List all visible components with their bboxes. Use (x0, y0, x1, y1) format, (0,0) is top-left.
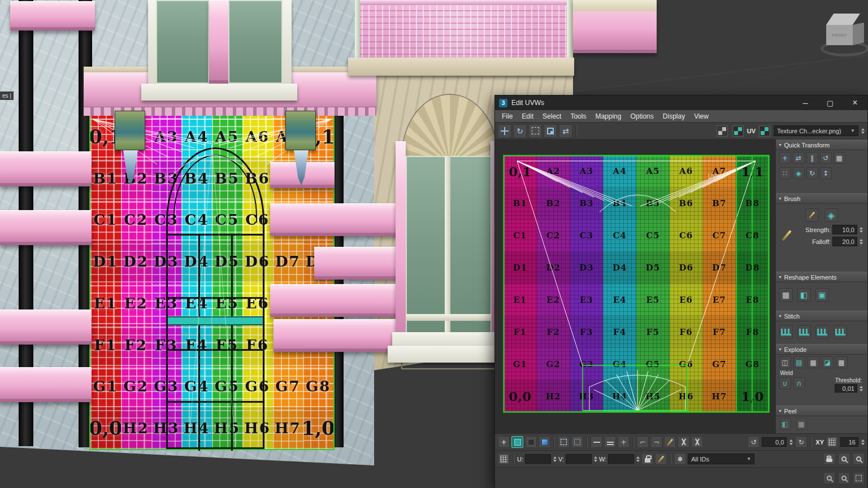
minimize-button[interactable]: ─ (793, 95, 818, 110)
grid-snap-button[interactable] (826, 436, 838, 448)
uv-texture-tile[interactable]: 0,1A2A3A4A5A6A71,1B1B2B3B4B5B6B7B8C1C2C3… (504, 155, 769, 412)
edit-uvws-window[interactable]: 3 Edit UVWs ─ ▢ × File Edit Select Tools… (494, 95, 868, 488)
explode-hatch-button[interactable]: ▩ (836, 356, 848, 368)
peel-tool-button[interactable]: ◧ (779, 418, 791, 430)
material-id-dropdown[interactable]: All IDs ▼ (688, 454, 754, 464)
strength-field[interactable]: 10,0 (832, 225, 857, 234)
menu-display[interactable]: Display (658, 110, 689, 123)
rollout-brush[interactable]: ▾ Brush (776, 193, 868, 204)
zoom-to-gizmo-button[interactable] (853, 472, 865, 484)
rollout-peel[interactable]: ▾ Peel (776, 406, 868, 416)
show-map-button[interactable] (758, 124, 771, 138)
zoom-extents-button[interactable] (823, 472, 835, 484)
rotate-cw-90-button[interactable]: ↻ (795, 436, 807, 448)
maximize-button[interactable]: ▢ (818, 95, 843, 110)
stitch-custom-button[interactable] (779, 325, 793, 339)
explode-rows-button[interactable]: ▤ (793, 356, 805, 368)
edge-subobject-button[interactable] (525, 436, 537, 448)
move-tool-button[interactable] (498, 124, 511, 138)
v-field[interactable] (566, 454, 592, 464)
freeze-button[interactable]: ❄ (674, 453, 686, 465)
freeform-tool-button[interactable] (528, 124, 542, 138)
viewcube-side-face[interactable] (853, 23, 864, 45)
scale-tool-button[interactable] (544, 124, 557, 138)
viewcube[interactable]: FRONT (818, 9, 868, 63)
menu-select[interactable]: Select (538, 110, 566, 123)
texture-spinner[interactable] (861, 128, 865, 134)
menu-edit[interactable]: Edit (517, 110, 538, 123)
paint-brush-button[interactable] (805, 208, 819, 222)
break-button[interactable] (678, 436, 689, 448)
face-subobject-button[interactable] (539, 436, 550, 448)
rotate-ccw-90-button[interactable]: ↺ (748, 436, 760, 448)
uv-editor-canvas[interactable]: 0,1A2A3A4A5A6A71,1B1B2B3B4B5B6B7B8C1C2C3… (495, 140, 775, 433)
rotate-angle-field[interactable]: 0,0 (762, 437, 787, 447)
texture-dropdown[interactable]: Texture Ch...ecker.png) ▼ (774, 125, 858, 136)
grid-size-field[interactable]: 16 (840, 437, 858, 447)
menu-file[interactable]: File (497, 110, 517, 123)
close-button[interactable]: × (843, 95, 867, 110)
weld-target-button[interactable]: ∩ (793, 377, 805, 389)
detach-button[interactable] (691, 436, 703, 448)
u-spinner[interactable] (553, 456, 557, 462)
grid-size-spinner[interactable] (861, 439, 865, 445)
menu-view[interactable]: View (689, 110, 713, 123)
viewcube-front-face[interactable]: FRONT (826, 25, 853, 45)
menu-options[interactable]: Options (626, 110, 658, 123)
straighten-button[interactable] (664, 436, 676, 448)
vertex-subobject-button[interactable] (511, 436, 523, 448)
rollout-explode[interactable]: ▾ Explode (776, 344, 868, 355)
explode-grid-button[interactable]: ▦ (808, 356, 819, 368)
qt-rotate-ccw-button[interactable]: ↺ (820, 152, 832, 164)
qt-move-button[interactable]: + (779, 152, 791, 164)
select-region-button[interactable] (558, 436, 570, 448)
w-spinner[interactable] (636, 456, 640, 462)
qt-align-v-button[interactable]: ∥ (806, 152, 818, 164)
falloff-spinner[interactable] (860, 239, 863, 245)
rollout-quick-transform[interactable]: ▾ Quick Transform (776, 140, 868, 150)
threshold-field[interactable]: 0,01 (835, 384, 857, 393)
zoom-button[interactable] (838, 453, 850, 465)
soft-selection-button[interactable]: + (498, 436, 510, 448)
qt-move-dots-button[interactable]: ∷ (779, 167, 791, 179)
reshape-grid-button[interactable]: ▦ (779, 288, 793, 302)
peel-reset-button[interactable]: ▦ (796, 418, 808, 430)
paint-select-button[interactable] (571, 436, 583, 448)
rotate-tool-button[interactable]: ↻ (513, 124, 527, 138)
grow-selection-button[interactable]: + (618, 436, 630, 448)
v-spinner[interactable] (594, 456, 597, 462)
explode-diag-button[interactable]: ◪ (822, 356, 834, 368)
strength-spinner[interactable] (860, 227, 863, 233)
hide-unrelated-button[interactable] (655, 453, 667, 465)
menu-mapping[interactable]: Mapping (591, 110, 626, 123)
rotate-angle-spinner[interactable] (789, 439, 793, 445)
qt-space-button[interactable]: ▦ (834, 152, 845, 164)
explode-split-button[interactable]: ◫ (779, 356, 791, 368)
lock-selection-button[interactable] (641, 453, 653, 465)
menu-tools[interactable]: Tools (566, 110, 591, 123)
threshold-spinner[interactable] (860, 386, 863, 391)
stitch-target-button[interactable] (834, 325, 847, 339)
falloff-field[interactable]: 20,0 (832, 237, 857, 246)
relax-brush-button[interactable]: ◈ (824, 208, 838, 222)
snap-button[interactable] (731, 124, 745, 138)
title-bar[interactable]: 3 Edit UVWs ─ ▢ × (495, 95, 867, 110)
rollout-reshape[interactable]: ▾ Reshape Elements (776, 272, 868, 282)
zoom-selected-button[interactable] (838, 472, 850, 484)
reshape-box-button[interactable]: ▣ (815, 288, 829, 302)
weld-selected-button[interactable]: ∪ (779, 377, 791, 389)
absolute-snap-button[interactable] (498, 453, 510, 465)
reshape-cube-button[interactable]: ◧ (797, 288, 811, 302)
align-vertical-button[interactable]: ¬ (650, 436, 662, 448)
edge-ring-button[interactable] (604, 436, 616, 448)
align-horizontal-button[interactable]: ⌐ (637, 436, 649, 448)
w-field[interactable] (608, 454, 634, 464)
stitch-average-button[interactable] (815, 325, 829, 339)
viewcube-top-face[interactable] (826, 14, 860, 25)
rollout-stitch[interactable]: ▾ Stitch (776, 311, 868, 321)
show-grid-button[interactable] (715, 124, 729, 138)
edge-loop-button[interactable] (591, 436, 602, 448)
stitch-source-button[interactable] (797, 325, 811, 339)
u-field[interactable] (525, 454, 551, 464)
qt-diamond-button[interactable]: ◈ (793, 167, 805, 179)
